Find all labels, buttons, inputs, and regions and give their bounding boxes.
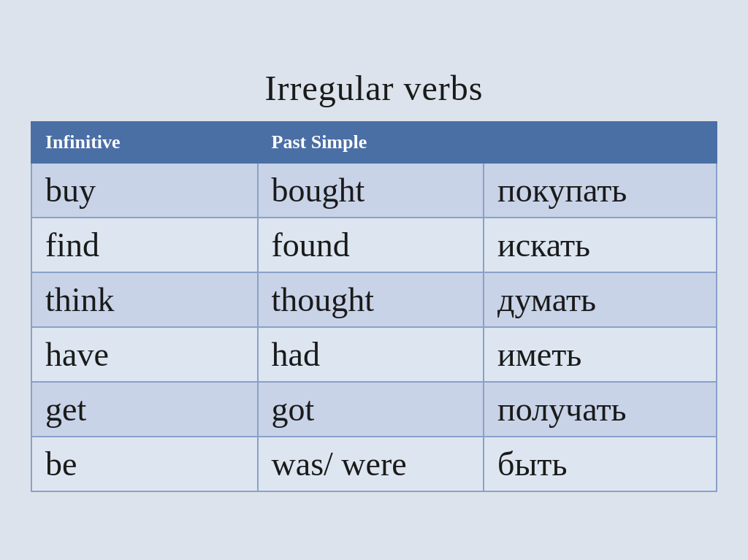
header-translation bbox=[484, 122, 717, 163]
table-row: getgotполучать bbox=[31, 382, 717, 437]
cell-infinitive: find bbox=[31, 218, 258, 272]
cell-translation: иметь bbox=[484, 327, 717, 382]
table-row: buyboughtпокупать bbox=[31, 163, 717, 218]
header-past-simple: Past Simple bbox=[258, 122, 484, 163]
cell-infinitive: buy bbox=[31, 163, 258, 218]
cell-translation: искать bbox=[484, 218, 717, 272]
table-wrapper: Infinitive Past Simple buyboughtпокупать… bbox=[31, 121, 717, 492]
table-row: thinkthoughtдумать bbox=[31, 272, 717, 327]
cell-past-simple: bought bbox=[258, 163, 484, 218]
irregular-verbs-table: Infinitive Past Simple buyboughtпокупать… bbox=[31, 121, 717, 492]
cell-translation: получать bbox=[484, 382, 717, 437]
table-row: findfoundискать bbox=[31, 218, 717, 272]
cell-infinitive: think bbox=[31, 272, 258, 327]
cell-translation: покупать bbox=[484, 163, 717, 218]
cell-past-simple: thought bbox=[258, 272, 484, 327]
cell-past-simple: was/ were bbox=[258, 437, 484, 491]
cell-translation: думать bbox=[484, 272, 717, 327]
cell-infinitive: be bbox=[31, 437, 258, 491]
header-infinitive: Infinitive bbox=[31, 122, 258, 163]
table-header-row: Infinitive Past Simple bbox=[31, 122, 717, 163]
table-row: bewas/ wereбыть bbox=[31, 437, 717, 491]
cell-infinitive: have bbox=[31, 327, 258, 382]
cell-past-simple: had bbox=[258, 327, 484, 382]
page-title: Irregular verbs bbox=[265, 68, 484, 108]
cell-translation: быть bbox=[484, 437, 717, 491]
cell-past-simple: got bbox=[258, 382, 484, 437]
cell-infinitive: get bbox=[31, 382, 258, 437]
table-row: havehadиметь bbox=[31, 327, 717, 382]
cell-past-simple: found bbox=[258, 218, 484, 272]
